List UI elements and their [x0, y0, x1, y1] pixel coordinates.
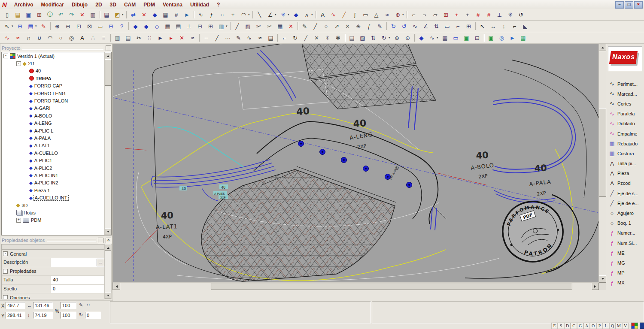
list-views-dropdown-icon[interactable]: ▾	[35, 24, 38, 28]
tool-num-si[interactable]: ƒNum.Si...	[606, 238, 644, 248]
delete-red-icon[interactable]: ✕	[139, 9, 149, 20]
rotate-icon[interactable]: ↻	[79, 312, 83, 318]
menu-3d[interactable]: 3D	[106, 1, 120, 9]
columns-dropdown-icon[interactable]: ▾	[226, 24, 229, 28]
page-skew-icon[interactable]: ▱	[430, 9, 440, 20]
set-square-icon[interactable]: ◣	[520, 21, 531, 31]
properties-scrollbar[interactable]	[104, 244, 112, 299]
open-folder-icon[interactable]: ▤	[12, 9, 23, 20]
menu-ventana[interactable]: Ventana	[159, 1, 186, 9]
image-green-icon[interactable]: ▣	[486, 33, 496, 43]
scroll-up-icon[interactable]	[599, 44, 606, 51]
flow-wave-icon[interactable]: ≈	[382, 9, 392, 20]
grid-snap-icon[interactable]: ∷	[87, 302, 90, 308]
menu-pdm[interactable]: PDM	[140, 1, 159, 9]
x-small-icon[interactable]: ✕	[342, 21, 353, 31]
minimize-button[interactable]: –	[615, 1, 624, 9]
tree-item-a-plic-in1[interactable]: ◆A-PLIC IN1	[2, 172, 111, 179]
wave-line-icon[interactable]: ≈	[255, 33, 265, 43]
tool-empalme[interactable]: ∿Empalme	[606, 129, 644, 139]
angle-icon[interactable]: ∠	[420, 21, 431, 31]
scroll-left-icon[interactable]	[113, 283, 120, 290]
property-value-field[interactable]: 0	[51, 285, 105, 293]
x-red-icon[interactable]: ✕	[286, 21, 296, 31]
play-arrow-icon[interactable]: ►	[155, 33, 166, 43]
knife-icon[interactable]: ✂	[264, 21, 275, 31]
rotation-field[interactable]: 0	[85, 312, 101, 319]
edit-icon[interactable]: ✎	[79, 302, 83, 308]
mode-letter-e[interactable]: E	[551, 323, 558, 329]
property-row-propiedades[interactable]: -Propiedades	[2, 267, 105, 276]
property-row-descripci-n[interactable]: Descripción...	[2, 258, 105, 267]
tree-item-pdm[interactable]: +PDM	[2, 217, 111, 224]
dash-line-icon[interactable]: ╌	[201, 33, 212, 43]
tree-item-a-cuello-int[interactable]: ◆A-CUELLO INT	[2, 194, 111, 201]
x-mark-icon[interactable]: ✕	[176, 33, 187, 43]
tool-cortes[interactable]: ∿Cortes	[606, 99, 644, 109]
curve-f-icon[interactable]: ʃ	[349, 9, 360, 20]
rectangle-icon[interactable]: ▭	[360, 9, 371, 20]
zoom-window-icon[interactable]: ⊡	[73, 21, 84, 31]
help-doc-icon[interactable]: ?	[116, 21, 127, 31]
x-obj-icon[interactable]: ✕	[311, 33, 322, 43]
property-row-suelto[interactable]: Suelto0	[2, 285, 105, 293]
ellipse-icon[interactable]: ○	[55, 33, 66, 43]
scroll-down-icon[interactable]	[105, 228, 112, 235]
property-value-field[interactable]: 40	[51, 276, 105, 284]
mode-letter-s[interactable]: S	[558, 323, 564, 329]
gear-icon[interactable]: ✱	[333, 33, 343, 43]
search-icon[interactable]: ⊙	[402, 33, 413, 43]
circle-icon[interactable]: ○	[217, 9, 228, 20]
ruler-icon[interactable]: ▭	[95, 21, 106, 31]
collapse-section-icon[interactable]: -	[3, 295, 8, 299]
layers-icon[interactable]: ▤	[101, 9, 112, 20]
tree-item-a-gari[interactable]: ◆A-GARI	[2, 105, 111, 112]
copy-window-icon[interactable]: ▥	[88, 9, 98, 20]
menu-cam[interactable]: CAM	[120, 1, 140, 9]
hatch2-icon[interactable]: ▨	[357, 33, 368, 43]
insert-diamond-icon[interactable]: ◆	[149, 9, 160, 20]
columns-icon[interactable]: ▥	[216, 21, 227, 31]
tool-doblado[interactable]: ∿Doblado	[606, 119, 644, 129]
tree-item-forro-talon[interactable]: ◆FORRO TALON	[2, 97, 111, 104]
rotate-ccw-icon[interactable]: ↺	[516, 9, 526, 20]
corner-tl-icon[interactable]: ⌐	[408, 9, 419, 20]
print-preview-icon[interactable]: ⊟	[106, 21, 116, 31]
tool-me[interactable]: ƒME	[606, 248, 644, 258]
notebook-icon[interactable]: ▤	[173, 21, 184, 31]
tree-item-a-pala[interactable]: ◆A-PALA	[2, 134, 111, 142]
color-mode-icon[interactable]	[631, 323, 638, 329]
info-icon[interactable]: ⓘ	[45, 9, 55, 20]
collapse-section-icon[interactable]: -	[3, 269, 8, 274]
star-node-dropdown-icon[interactable]: ▾	[288, 13, 291, 16]
delete-icon[interactable]: ✕	[77, 9, 88, 20]
circle-center-icon[interactable]: ◎	[66, 33, 77, 43]
tool-eje-de-s[interactable]: ╱Eje de s...	[606, 188, 644, 198]
undo-icon[interactable]: ↶	[55, 9, 66, 20]
menu-utilidad[interactable]: Utilidad	[186, 1, 213, 9]
send-icon[interactable]: ►	[507, 33, 518, 43]
slash-icon[interactable]: ╱	[232, 21, 243, 31]
redo-icon[interactable]: ↷	[66, 9, 77, 20]
project-panel-titlebar[interactable]: Proyecto	[0, 44, 112, 52]
tool-pieza[interactable]: APieza	[606, 169, 644, 178]
tree-item-2d[interactable]: -◆2D	[2, 60, 111, 67]
tree-item-3d[interactable]: ◆3D	[2, 202, 111, 209]
pen-icon[interactable]: ╱	[339, 9, 349, 20]
printer3-icon[interactable]: ⊟	[472, 33, 483, 43]
diamond-node-icon[interactable]: ◆	[291, 9, 301, 20]
mode-letter-v[interactable]: V	[622, 323, 629, 329]
scroll-up-icon[interactable]	[105, 52, 112, 59]
tree-item-a-plic-l[interactable]: ◆A-PLIC L	[2, 127, 111, 134]
export-arrow-icon[interactable]: ►	[182, 9, 192, 20]
canvas-vscrollbar[interactable]	[598, 44, 606, 283]
width-field[interactable]: 131.46	[33, 302, 53, 309]
maximize-button[interactable]: ▢	[625, 1, 633, 9]
half-circle-icon[interactable]: ◠	[45, 33, 55, 43]
spline-edit-dropdown-icon[interactable]: ▾	[311, 13, 314, 16]
property-value-field[interactable]	[51, 258, 96, 266]
arrow-ne-icon[interactable]: ↗	[331, 21, 342, 31]
tool-rebajado[interactable]: ▥Rebajado	[606, 139, 644, 148]
drop-node-icon[interactable]: ⊕	[392, 9, 403, 20]
mode-letter-a[interactable]: A	[583, 323, 590, 329]
